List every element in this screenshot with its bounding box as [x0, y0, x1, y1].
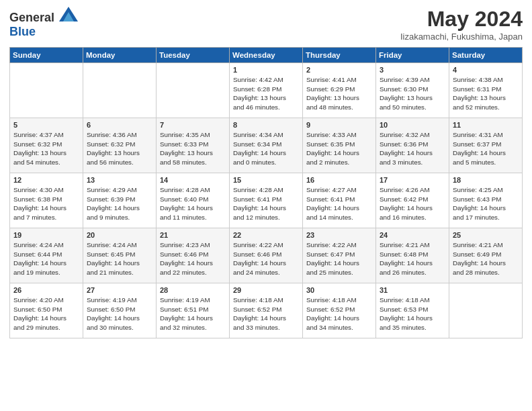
- day-number: 29: [233, 286, 299, 294]
- cell-text: Daylight: 14 hours: [13, 203, 79, 213]
- cell-text: Sunset: 6:46 PM: [160, 250, 226, 259]
- cell-text: Daylight: 14 hours: [233, 148, 299, 158]
- calendar-cell: 27Sunrise: 4:19 AMSunset: 6:50 PMDayligh…: [83, 283, 157, 338]
- cell-text: and 54 minutes.: [13, 158, 79, 167]
- day-header-monday: Monday: [83, 48, 157, 63]
- calendar-cell: 17Sunrise: 4:26 AMSunset: 6:42 PMDayligh…: [376, 173, 449, 228]
- cell-text: and 9 minutes.: [87, 213, 152, 222]
- cell-text: Sunrise: 4:34 AM: [233, 130, 299, 140]
- cell-text: Sunset: 6:37 PM: [453, 140, 519, 149]
- calendar-cell: [83, 63, 157, 118]
- cell-text: Sunset: 6:33 PM: [160, 140, 226, 149]
- calendar-cell: 9Sunrise: 4:33 AMSunset: 6:35 PMDaylight…: [303, 118, 376, 173]
- day-number: 9: [306, 121, 372, 129]
- cell-text: and 11 minutes.: [160, 213, 226, 222]
- cell-text: Sunset: 6:32 PM: [87, 140, 152, 149]
- cell-text: Sunrise: 4:18 AM: [233, 295, 299, 305]
- cell-text: Sunrise: 4:38 AM: [453, 75, 519, 85]
- cell-text: Daylight: 14 hours: [160, 203, 226, 213]
- title-block: May 2024 Iizakamachi, Fukushima, Japan: [400, 7, 523, 42]
- cell-text: Sunset: 6:42 PM: [380, 195, 445, 204]
- cell-text: and 0 minutes.: [233, 158, 299, 167]
- calendar-cell: [449, 283, 523, 338]
- cell-text: and 56 minutes.: [87, 158, 152, 167]
- calendar-cell: 2Sunrise: 4:41 AMSunset: 6:29 PMDaylight…: [303, 63, 376, 118]
- day-number: 14: [160, 176, 226, 184]
- day-number: 30: [306, 286, 372, 294]
- day-number: 16: [306, 176, 372, 184]
- calendar-cell: 26Sunrise: 4:20 AMSunset: 6:50 PMDayligh…: [10, 283, 83, 338]
- calendar-cell: 6Sunrise: 4:36 AMSunset: 6:32 PMDaylight…: [83, 118, 157, 173]
- cell-text: Daylight: 14 hours: [306, 203, 372, 213]
- cell-text: Daylight: 14 hours: [453, 148, 519, 158]
- day-number: 31: [380, 286, 445, 294]
- cell-text: Sunset: 6:40 PM: [160, 195, 226, 204]
- day-number: 28: [160, 286, 226, 294]
- cell-text: Sunset: 6:38 PM: [13, 195, 79, 204]
- cell-text: Sunrise: 4:21 AM: [380, 240, 445, 250]
- week-row-0: 1Sunrise: 4:42 AMSunset: 6:28 PMDaylight…: [10, 63, 523, 118]
- calendar-cell: 18Sunrise: 4:25 AMSunset: 6:43 PMDayligh…: [449, 173, 523, 228]
- day-number: 1: [233, 66, 299, 74]
- cell-text: and 35 minutes.: [380, 323, 445, 332]
- week-row-4: 26Sunrise: 4:20 AMSunset: 6:50 PMDayligh…: [10, 283, 523, 338]
- cell-text: Sunset: 6:46 PM: [233, 250, 299, 259]
- day-number: 7: [160, 121, 226, 129]
- cell-text: Daylight: 14 hours: [306, 148, 372, 158]
- cell-text: Sunrise: 4:23 AM: [160, 240, 226, 250]
- logo-text: General Blue: [9, 7, 78, 39]
- cell-text: and 12 minutes.: [233, 213, 299, 222]
- cell-text: Sunrise: 4:27 AM: [306, 185, 372, 195]
- day-number: 10: [380, 121, 445, 129]
- location: Iizakamachi, Fukushima, Japan: [400, 32, 523, 42]
- cell-text: Sunset: 6:41 PM: [306, 195, 372, 204]
- calendar-cell: 3Sunrise: 4:39 AMSunset: 6:30 PMDaylight…: [376, 63, 449, 118]
- calendar-cell: 11Sunrise: 4:31 AMSunset: 6:37 PMDayligh…: [449, 118, 523, 173]
- day-number: 12: [13, 176, 79, 184]
- calendar-cell: 14Sunrise: 4:28 AMSunset: 6:40 PMDayligh…: [157, 173, 230, 228]
- day-number: 4: [453, 66, 519, 74]
- cell-text: Daylight: 14 hours: [306, 259, 372, 268]
- day-number: 23: [306, 231, 372, 239]
- cell-text: Daylight: 14 hours: [233, 259, 299, 268]
- calendar-cell: 20Sunrise: 4:24 AMSunset: 6:45 PMDayligh…: [83, 228, 157, 283]
- cell-text: Sunset: 6:39 PM: [87, 195, 152, 204]
- cell-text: and 14 minutes.: [306, 213, 372, 222]
- calendar-cell: 13Sunrise: 4:29 AMSunset: 6:39 PMDayligh…: [83, 173, 157, 228]
- cell-text: Sunrise: 4:28 AM: [160, 185, 226, 195]
- calendar-cell: 30Sunrise: 4:18 AMSunset: 6:52 PMDayligh…: [303, 283, 376, 338]
- cell-text: and 50 minutes.: [380, 103, 445, 112]
- week-row-2: 12Sunrise: 4:30 AMSunset: 6:38 PMDayligh…: [10, 173, 523, 228]
- calendar-cell: 24Sunrise: 4:21 AMSunset: 6:48 PMDayligh…: [376, 228, 449, 283]
- cell-text: and 33 minutes.: [233, 323, 299, 332]
- cell-text: Sunrise: 4:22 AM: [233, 240, 299, 250]
- calendar-container: General Blue May 2024 Iizakamachi, Fukus…: [0, 0, 532, 348]
- cell-text: and 17 minutes.: [453, 213, 519, 222]
- cell-text: and 19 minutes.: [13, 268, 79, 277]
- logo-icon: [59, 7, 78, 21]
- calendar-table: SundayMondayTuesdayWednesdayThursdayFrid…: [9, 47, 523, 338]
- cell-text: Sunset: 6:34 PM: [233, 140, 299, 149]
- cell-text: Sunrise: 4:29 AM: [87, 185, 152, 195]
- day-number: 22: [233, 231, 299, 239]
- cell-text: Sunset: 6:36 PM: [380, 140, 445, 149]
- month-title: May 2024: [400, 7, 523, 32]
- cell-text: Sunset: 6:48 PM: [380, 250, 445, 259]
- logo: General Blue: [9, 7, 78, 39]
- day-header-wednesday: Wednesday: [230, 48, 303, 63]
- calendar-cell: 21Sunrise: 4:23 AMSunset: 6:46 PMDayligh…: [157, 228, 230, 283]
- cell-text: Sunset: 6:52 PM: [306, 305, 372, 314]
- logo-general: General: [9, 11, 54, 24]
- cell-text: and 24 minutes.: [233, 268, 299, 277]
- cell-text: Sunset: 6:44 PM: [13, 250, 79, 259]
- cell-text: Daylight: 14 hours: [13, 314, 79, 323]
- cell-text: Daylight: 14 hours: [453, 259, 519, 268]
- cell-text: and 22 minutes.: [160, 268, 226, 277]
- calendar-cell: 28Sunrise: 4:19 AMSunset: 6:51 PMDayligh…: [157, 283, 230, 338]
- cell-text: and 52 minutes.: [453, 103, 519, 112]
- cell-text: Sunrise: 4:24 AM: [13, 240, 79, 250]
- cell-text: Sunrise: 4:20 AM: [13, 295, 79, 305]
- day-number: 6: [87, 121, 152, 129]
- calendar-cell: 15Sunrise: 4:28 AMSunset: 6:41 PMDayligh…: [230, 173, 303, 228]
- cell-text: Daylight: 14 hours: [233, 203, 299, 213]
